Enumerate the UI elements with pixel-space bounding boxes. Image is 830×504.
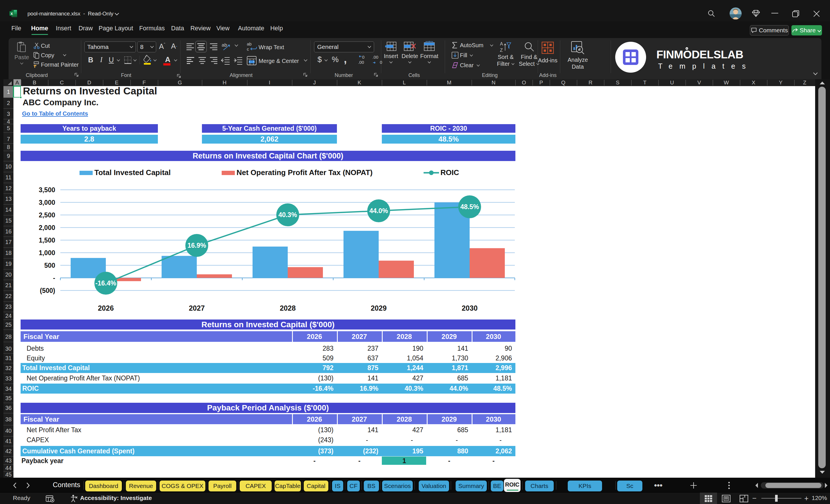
svg-text:Net Operating Profit After Tax: Net Operating Profit After Tax (NOPAT) [236,168,373,177]
svg-text:A: A [500,41,503,46]
svg-text:ab: ab [222,42,227,48]
svg-text:(500): (500) [40,287,55,294]
svg-text:.00: .00 [372,55,378,60]
svg-text:-16.4%: -16.4% [96,280,117,287]
svg-text:Total Invested Capital: Total Invested Capital [94,168,171,177]
svg-text:ROIC: ROIC [441,168,459,177]
svg-text:2,500: 2,500 [39,211,55,219]
svg-text:2,000: 2,000 [39,224,55,231]
svg-text:500: 500 [44,262,55,269]
svg-text:3,000: 3,000 [39,199,55,206]
svg-text:Z: Z [500,48,503,52]
svg-text:16.9%: 16.9% [187,242,206,249]
svg-text:2030: 2030 [461,304,478,312]
svg-text:40.3%: 40.3% [278,211,297,219]
svg-text:2026: 2026 [98,304,114,312]
svg-text:.00: .00 [358,60,364,65]
svg-text:44.0%: 44.0% [369,207,388,215]
svg-text:2027: 2027 [189,304,205,312]
svg-text:48.5%: 48.5% [460,203,479,211]
svg-text:1,000: 1,000 [39,249,55,257]
svg-text:2028: 2028 [280,304,296,312]
svg-text:1,500: 1,500 [39,237,55,244]
svg-text:c: c [247,46,249,52]
svg-text:x: x [10,11,13,16]
svg-text:ab: ab [247,41,252,46]
svg-text:2029: 2029 [371,304,387,312]
svg-text:-: - [53,274,55,282]
svg-text:0: 0 [362,55,364,60]
svg-text:3,500: 3,500 [39,186,55,194]
